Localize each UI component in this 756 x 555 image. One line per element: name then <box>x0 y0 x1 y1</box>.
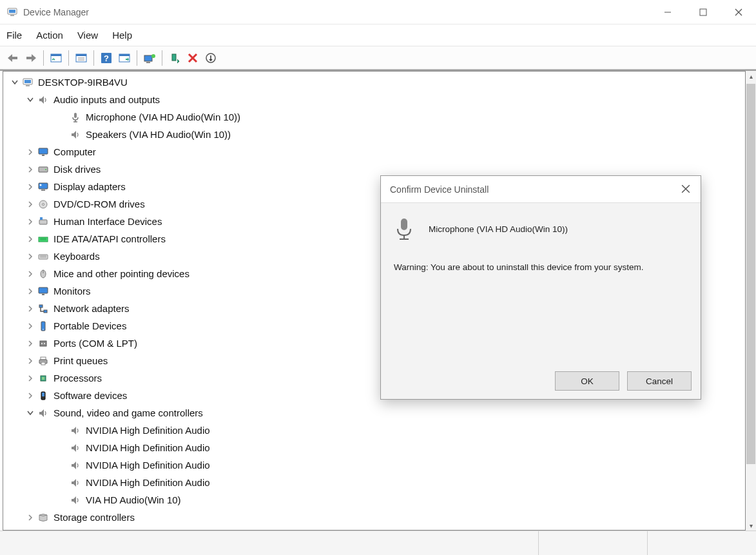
caret-closed-icon[interactable] <box>25 286 35 297</box>
speaker-icon <box>37 93 50 106</box>
tree-category[interactable]: Storage controllers <box>7 509 745 526</box>
tree-device[interactable]: Microphone (VIA HD Audio(Win 10)) <box>7 108 745 126</box>
forward-button[interactable] <box>22 49 40 67</box>
tree-root[interactable]: DESKTOP-9IRB4VU <box>7 73 745 91</box>
caret-closed-icon[interactable] <box>25 182 35 192</box>
caret-closed-icon[interactable] <box>25 199 35 209</box>
display-icon <box>37 180 50 193</box>
caret-none <box>57 443 68 453</box>
back-button[interactable] <box>4 49 22 67</box>
tree-item-label: Storage controllers <box>53 512 135 523</box>
tree-device[interactable]: NVIDIA High Definition Audio <box>7 456 745 474</box>
show-hidden-button[interactable] <box>47 49 65 67</box>
caret-none <box>57 112 68 122</box>
cpu-icon <box>37 372 50 385</box>
svg-rect-44 <box>76 54 86 56</box>
caret-closed-icon[interactable] <box>25 251 35 262</box>
caret-closed-icon[interactable] <box>25 338 35 349</box>
confirm-uninstall-dialog: Confirm Device Uninstall Microphone (VIA… <box>380 175 701 400</box>
speaker-icon <box>37 407 50 420</box>
caret-open-icon[interactable] <box>10 77 20 88</box>
monitor-icon <box>37 285 50 298</box>
menu-action[interactable]: Action <box>36 30 63 41</box>
caret-closed-icon[interactable] <box>25 269 35 279</box>
tree-item-label: Computer <box>53 146 96 157</box>
svg-point-53 <box>151 54 155 58</box>
keyboard-icon <box>37 250 50 263</box>
close-button[interactable] <box>721 0 756 24</box>
tree-item-label: VIA HD Audio(Win 10) <box>86 494 181 505</box>
tree-category[interactable]: Audio inputs and outputs <box>7 91 745 108</box>
tree-device[interactable]: NVIDIA High Definition Audio <box>7 422 745 439</box>
window-title: Device Manager <box>23 7 89 17</box>
caret-closed-icon[interactable] <box>25 391 35 401</box>
tree-category[interactable]: Computer <box>7 143 745 161</box>
caret-none <box>57 425 68 436</box>
scroll-thumb[interactable] <box>746 84 755 464</box>
tree-item-label: Human Interface Devices <box>53 216 162 227</box>
tree-item-label: Speakers (VIA HD Audio(Win 10)) <box>86 129 231 140</box>
tree-device[interactable]: NVIDIA High Definition Audio <box>7 439 745 456</box>
caret-closed-icon[interactable] <box>25 217 35 227</box>
caret-none <box>57 130 68 140</box>
menu-file[interactable]: File <box>6 30 22 41</box>
monitor-icon <box>37 146 50 159</box>
menu-view[interactable]: View <box>77 30 98 41</box>
portable-icon <box>37 320 50 333</box>
tree-item-label: Portable Devices <box>53 320 126 331</box>
menu-help[interactable]: Help <box>112 30 132 41</box>
computer-icon <box>21 76 34 89</box>
scan-hardware-button[interactable] <box>202 49 220 67</box>
caret-closed-icon[interactable] <box>25 147 35 157</box>
caret-closed-icon[interactable] <box>25 164 35 175</box>
tree-item-label: Audio inputs and outputs <box>53 94 160 105</box>
caret-closed-icon[interactable] <box>25 321 35 331</box>
dialog-close-button[interactable] <box>681 184 692 195</box>
mouse-icon <box>37 268 50 280</box>
vertical-scrollbar[interactable]: ▴ ▾ <box>746 71 756 531</box>
scroll-up-button[interactable]: ▴ <box>746 71 756 81</box>
tree-item-label: NVIDIA High Definition Audio <box>86 442 210 453</box>
app-icon <box>6 6 18 18</box>
cancel-button[interactable]: Cancel <box>627 371 692 391</box>
tree-item-label: DVD/CD-ROM drives <box>53 199 145 209</box>
svg-rect-40 <box>700 9 706 15</box>
tree-category[interactable]: Sound, video and game controllers <box>7 404 745 422</box>
tree-device[interactable]: VIA HD Audio(Win 10) <box>7 491 745 509</box>
tree-item-label: Software devices <box>53 390 127 401</box>
caret-closed-icon[interactable] <box>25 356 35 366</box>
tree-item-label: Print queues <box>53 355 108 366</box>
tree-device[interactable]: NVIDIA High Definition Audio <box>7 474 745 491</box>
ok-button[interactable]: OK <box>555 371 619 391</box>
dialog-device-name: Microphone (VIA HD Audio(Win 10)) <box>429 224 568 234</box>
tree-item-label: Sound, video and game controllers <box>53 407 203 418</box>
network-icon <box>37 302 50 315</box>
maximize-button[interactable] <box>685 0 721 24</box>
tree-item-label: Disk drives <box>53 164 101 175</box>
caret-closed-icon[interactable] <box>25 373 35 384</box>
svg-rect-51 <box>144 55 152 61</box>
caret-closed-icon[interactable] <box>25 304 35 314</box>
properties-button[interactable] <box>72 49 90 67</box>
tree-item-label: Display adapters <box>53 181 126 192</box>
dvd-icon <box>37 198 50 211</box>
toolbar: ? <box>0 46 756 70</box>
dialog-warning-text: Warning: You are about to uninstall this… <box>394 262 690 272</box>
minimize-button[interactable] <box>650 0 685 24</box>
tree-item-label: Network adapters <box>53 303 130 314</box>
uninstall-button[interactable] <box>184 49 202 67</box>
enable-button[interactable] <box>166 49 184 67</box>
tree-item-label: Keyboards <box>53 251 100 262</box>
help-button[interactable]: ? <box>97 49 115 67</box>
tree-item-label: Microphone (VIA HD Audio(Win 10)) <box>86 112 240 122</box>
caret-open-icon[interactable] <box>25 408 35 418</box>
caret-open-icon[interactable] <box>25 95 35 105</box>
speaker-icon <box>69 442 82 454</box>
speaker-icon <box>69 494 82 507</box>
tree-device[interactable]: Speakers (VIA HD Audio(Win 10)) <box>7 126 745 143</box>
scroll-down-button[interactable]: ▾ <box>746 520 756 531</box>
caret-closed-icon[interactable] <box>25 234 35 244</box>
update-driver-button[interactable] <box>141 49 159 67</box>
scan-button[interactable] <box>115 49 133 67</box>
caret-closed-icon[interactable] <box>25 512 35 523</box>
